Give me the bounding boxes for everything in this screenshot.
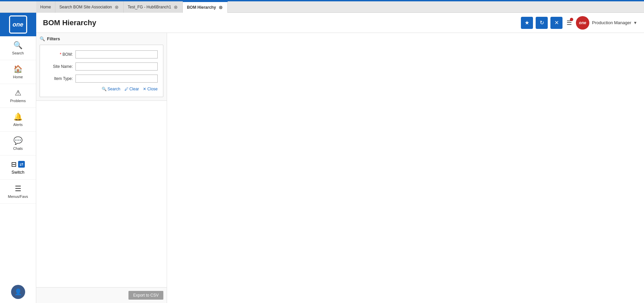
- tab-home-label: Home: [40, 5, 51, 9]
- warning-icon: ⚠: [15, 89, 21, 97]
- close-link-icon: ✕: [143, 87, 146, 91]
- tab-bom-hierarchy-close[interactable]: ⊗: [218, 5, 223, 10]
- sidebar-item-switch-label: Switch: [11, 170, 24, 175]
- left-panel: 🔍 Filters * BOM:: [36, 33, 167, 303]
- filter-row-site-name: Site Name:: [45, 62, 158, 71]
- logo-box: one: [9, 15, 27, 34]
- tab-search-bom[interactable]: Search BOM Site Association ⊗: [55, 1, 124, 13]
- user-name: Production Manager: [592, 20, 631, 25]
- bom-input[interactable]: [75, 50, 158, 58]
- site-name-input[interactable]: [75, 62, 158, 71]
- sidebar-item-chats[interactable]: 💬 Chats: [0, 132, 36, 156]
- sidebar-item-alerts-label: Alerts: [13, 123, 22, 127]
- filter-search-icon: 🔍: [40, 36, 45, 41]
- sidebar-item-search-label: Search: [12, 51, 24, 55]
- clear-link[interactable]: 🖊 Clear: [124, 87, 139, 91]
- page-header: BOM Hierarchy ★ ↻ ✕ ☰: [36, 13, 644, 33]
- item-type-input[interactable]: [75, 75, 158, 83]
- tab-test-fg-close[interactable]: ⊗: [173, 4, 178, 10]
- search-link[interactable]: 🔍 Search: [102, 87, 120, 91]
- sidebar-nav: 🔍 Search 🏠 Home ⚠ Problems 🔔 Alerts 💬: [0, 36, 36, 281]
- tab-bar: Home Search BOM Site Association ⊗ Test_…: [0, 1, 644, 13]
- sidebar-item-chats-label: Chats: [13, 146, 23, 150]
- required-star: *: [60, 52, 61, 57]
- filter-row-item-type: Item Type:: [45, 75, 158, 83]
- search-link-icon: 🔍: [102, 87, 107, 91]
- sidebar: one 🔍 Search 🏠 Home ⚠ Problems 🔔 Alerts: [0, 13, 36, 303]
- refresh-icon: ↻: [540, 19, 544, 26]
- left-panel-results: [36, 101, 167, 287]
- right-panel: [167, 33, 644, 303]
- user-avatar-sidebar: 👤: [11, 285, 25, 299]
- switch-badge: ⇄: [18, 161, 25, 168]
- tab-search-bom-label: Search BOM Site Association: [59, 5, 112, 9]
- tab-bom-hierarchy-label: BOM Hierarchy: [187, 5, 216, 10]
- clear-link-label: Clear: [129, 87, 139, 91]
- menu-button[interactable]: ☰: [565, 18, 573, 28]
- dropdown-arrow-icon: ▼: [633, 20, 637, 25]
- sidebar-item-problems[interactable]: ⚠ Problems: [0, 84, 36, 108]
- filters-title: Filters: [47, 36, 60, 41]
- chat-icon: 💬: [13, 136, 22, 145]
- search-link-label: Search: [108, 87, 120, 91]
- filter-actions: 🔍 Search 🖊 Clear ✕ Close: [45, 87, 158, 91]
- close-link-label: Close: [147, 87, 158, 91]
- favorite-button[interactable]: ★: [521, 17, 533, 29]
- export-csv-button[interactable]: Export to CSV: [128, 291, 163, 300]
- sidebar-item-problems-label: Problems: [10, 99, 25, 103]
- page-title: BOM Hierarchy: [43, 18, 96, 27]
- filters-panel: 🔍 Filters * BOM:: [36, 33, 167, 101]
- filter-form: * BOM: Site Name:: [40, 45, 163, 97]
- sidebar-item-menus-favs[interactable]: ☰ Menus/Favs: [0, 180, 36, 204]
- user-avatar-header: one: [576, 16, 589, 30]
- switch-icons: ⊟ ⇄: [11, 160, 25, 168]
- tab-home[interactable]: Home: [36, 1, 55, 13]
- user-avatar-text: one: [579, 20, 586, 25]
- close-tab-button[interactable]: ✕: [550, 17, 562, 29]
- bell-icon: 🔔: [13, 113, 22, 121]
- user-info[interactable]: Production Manager ▼: [592, 20, 637, 25]
- home-icon: 🏠: [13, 65, 22, 74]
- filter-label-item-type: Item Type:: [45, 76, 75, 81]
- sidebar-item-menus-label: Menus/Favs: [8, 194, 28, 199]
- filter-label-site-name: Site Name:: [45, 64, 75, 69]
- sidebar-item-home[interactable]: 🏠 Home: [0, 60, 36, 84]
- close-link[interactable]: ✕ Close: [143, 87, 158, 91]
- refresh-button[interactable]: ↻: [536, 17, 548, 29]
- menu-notification-badge: [570, 18, 573, 21]
- filter-row-bom: * BOM:: [45, 50, 158, 58]
- sidebar-item-home-label: Home: [13, 75, 23, 79]
- export-btn-area: Export to CSV: [36, 287, 167, 303]
- menus-icon: ☰: [15, 184, 21, 193]
- header-right: ★ ↻ ✕ ☰ one Produ: [521, 16, 637, 30]
- close-icon: ✕: [554, 19, 559, 26]
- sidebar-item-alerts[interactable]: 🔔 Alerts: [0, 108, 36, 132]
- clear-link-icon: 🖊: [124, 87, 128, 91]
- filter-label-bom: * BOM:: [45, 52, 75, 57]
- tab-bom-hierarchy[interactable]: BOM Hierarchy ⊗: [183, 1, 228, 13]
- filters-header: 🔍 Filters: [40, 36, 163, 41]
- sidebar-logo[interactable]: one: [0, 13, 36, 36]
- sidebar-item-search[interactable]: 🔍 Search: [0, 36, 36, 60]
- content-area: BOM Hierarchy ★ ↻ ✕ ☰: [36, 13, 644, 303]
- main-body: 🔍 Filters * BOM:: [36, 33, 644, 303]
- tab-search-bom-close[interactable]: ⊗: [114, 4, 119, 10]
- tab-test-fg[interactable]: Test_FG - Hub6Branch1 ⊗: [124, 1, 183, 13]
- sidebar-avatar[interactable]: 👤: [11, 281, 25, 303]
- sidebar-item-switch[interactable]: ⊟ ⇄ Switch: [0, 156, 36, 180]
- switch-icon: ⊟: [11, 160, 17, 168]
- tab-test-fg-label: Test_FG - Hub6Branch1: [128, 5, 171, 9]
- search-icon: 🔍: [13, 41, 22, 50]
- star-icon: ★: [525, 19, 529, 26]
